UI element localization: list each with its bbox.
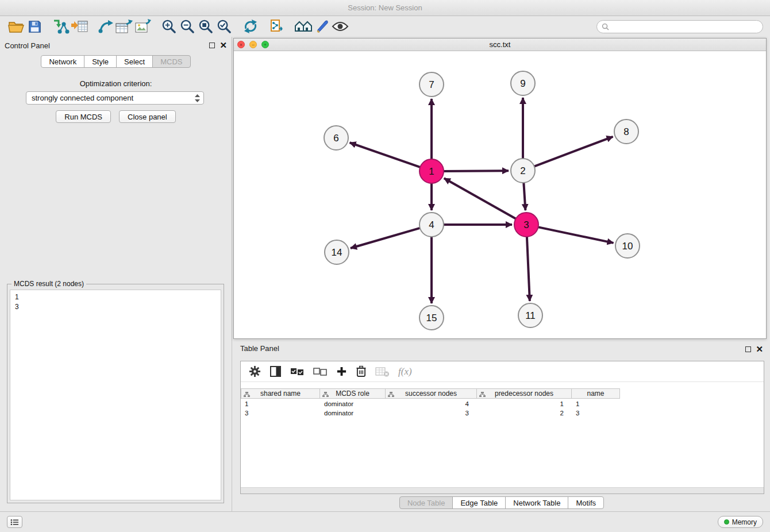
- memory-label: Memory: [732, 518, 757, 526]
- table-row[interactable]: 3 dominator 3 2 3: [241, 409, 764, 418]
- column-header-shared-name[interactable]: shared name: [241, 388, 320, 399]
- tab-network-table[interactable]: Network Table: [505, 496, 568, 509]
- open-session-icon[interactable]: [7, 18, 25, 35]
- zoom-out-icon[interactable]: [178, 18, 197, 35]
- delete-table-icon[interactable]: [375, 363, 389, 380]
- cell-mcds-role[interactable]: dominator: [320, 400, 386, 409]
- column-header-predecessor-nodes[interactable]: predecessor nodes: [477, 388, 572, 399]
- cell-name[interactable]: 3: [572, 409, 620, 418]
- network-node[interactable]: 6: [324, 126, 348, 150]
- network-node[interactable]: 2: [511, 159, 535, 183]
- function-builder-icon[interactable]: f(x): [398, 363, 412, 380]
- zoom-in-icon[interactable]: [160, 18, 178, 35]
- cell-name[interactable]: 1: [572, 400, 620, 409]
- network-edge[interactable]: [351, 228, 421, 248]
- column-header-successor-nodes[interactable]: successor nodes: [386, 388, 477, 399]
- network-window-titlebar[interactable]: × − + scc.txt: [234, 38, 766, 51]
- search-input[interactable]: [612, 22, 758, 30]
- tab-node-table[interactable]: Node Table: [399, 496, 453, 509]
- network-canvas[interactable]: 7968124310141511: [234, 51, 766, 338]
- network-node[interactable]: 4: [419, 213, 444, 237]
- sort-icon: [244, 391, 250, 399]
- export-image-icon[interactable]: [133, 18, 152, 35]
- float-panel-icon[interactable]: [209, 43, 215, 48]
- refresh-icon[interactable]: [241, 18, 260, 35]
- network-node[interactable]: 9: [511, 71, 535, 95]
- close-table-panel-icon[interactable]: ✕: [756, 345, 763, 353]
- tab-motifs[interactable]: Motifs: [568, 496, 604, 509]
- clone-network-icon[interactable]: [268, 18, 286, 35]
- delete-column-icon[interactable]: [356, 363, 366, 380]
- network-node[interactable]: 3: [514, 213, 538, 237]
- memory-button[interactable]: Memory: [718, 516, 763, 528]
- network-edge[interactable]: [444, 178, 517, 219]
- column-header-name[interactable]: name: [572, 388, 620, 399]
- node-table-container: f(x) shared name MCDS role successor nod…: [240, 361, 764, 494]
- network-node[interactable]: 11: [518, 303, 542, 327]
- zoom-selected-icon[interactable]: [215, 18, 233, 35]
- table-row[interactable]: 1 dominator 4 1 1: [241, 400, 764, 409]
- application-window: Session: New Session: [0, 0, 770, 532]
- network-edge[interactable]: [527, 236, 530, 301]
- network-node[interactable]: 14: [325, 240, 349, 264]
- deselect-all-icon[interactable]: [313, 363, 327, 380]
- network-node[interactable]: 1: [419, 159, 444, 183]
- first-neighbors-icon[interactable]: [294, 18, 313, 35]
- apply-style-icon[interactable]: [313, 18, 331, 35]
- network-edge[interactable]: [537, 227, 614, 243]
- network-edge[interactable]: [350, 142, 421, 167]
- select-all-icon[interactable]: [290, 363, 304, 380]
- zoom-fit-icon[interactable]: [197, 18, 215, 35]
- node-label: 1: [429, 166, 434, 177]
- cell-predecessor-nodes[interactable]: 2: [477, 409, 572, 418]
- tab-edge-table[interactable]: Edge Table: [452, 496, 506, 509]
- close-window-icon[interactable]: ×: [237, 41, 245, 48]
- save-session-icon[interactable]: [25, 18, 44, 35]
- cell-shared-name[interactable]: 1: [241, 400, 320, 409]
- cell-successor-nodes[interactable]: 3: [386, 409, 477, 418]
- show-columns-icon[interactable]: [270, 363, 281, 380]
- import-table-icon[interactable]: [70, 18, 88, 35]
- sort-icon: [388, 391, 394, 399]
- network-node[interactable]: 15: [419, 306, 444, 330]
- cell-successor-nodes[interactable]: 4: [386, 400, 477, 409]
- network-edge[interactable]: [442, 171, 509, 171]
- cell-mcds-role[interactable]: dominator: [320, 409, 386, 418]
- minimize-window-icon[interactable]: −: [249, 41, 257, 48]
- network-edge[interactable]: [533, 137, 613, 167]
- export-table-icon[interactable]: [115, 18, 133, 35]
- node-label: 15: [426, 313, 437, 323]
- tab-network[interactable]: Network: [41, 55, 84, 68]
- mcds-result-list[interactable]: 1 3: [10, 290, 221, 500]
- show-hide-icon[interactable]: [331, 18, 349, 35]
- close-panel-button[interactable]: Close panel: [119, 110, 176, 123]
- add-column-icon[interactable]: [336, 363, 347, 380]
- optimization-criterion-label: Optimization criterion:: [0, 79, 232, 88]
- cell-predecessor-nodes[interactable]: 1: [477, 400, 572, 409]
- mcds-result-title: MCDS result (2 nodes): [11, 280, 86, 288]
- table-header-row: shared name MCDS role successor nodes pr…: [241, 388, 764, 399]
- import-network-icon[interactable]: [52, 18, 70, 35]
- criterion-select[interactable]: strongly connected component: [26, 91, 204, 105]
- network-node[interactable]: 10: [615, 234, 640, 258]
- cell-shared-name[interactable]: 3: [241, 409, 320, 418]
- column-header-mcds-role[interactable]: MCDS role: [320, 388, 386, 399]
- tab-select[interactable]: Select: [116, 55, 153, 68]
- network-node[interactable]: 7: [419, 72, 444, 97]
- network-edge[interactable]: [523, 182, 525, 210]
- table-settings-gear-icon[interactable]: [249, 363, 261, 380]
- table-scrollbar-track[interactable]: [241, 487, 764, 494]
- export-network-icon[interactable]: [97, 18, 115, 35]
- network-node[interactable]: 8: [614, 119, 638, 144]
- task-history-button[interactable]: [7, 516, 22, 528]
- node-label: 14: [332, 247, 342, 258]
- table-panel-title: Table Panel: [240, 344, 279, 353]
- table-tabs: Node Table Edge Table Network Table Moti…: [233, 496, 770, 509]
- close-panel-icon[interactable]: ✕: [220, 41, 227, 49]
- tab-mcds[interactable]: MCDS: [152, 55, 190, 68]
- float-table-panel-icon[interactable]: [745, 346, 751, 352]
- zoom-window-icon[interactable]: +: [261, 41, 269, 48]
- tab-style[interactable]: Style: [84, 55, 117, 68]
- network-view-window: × − + scc.txt 7968124310141511: [233, 38, 767, 339]
- run-mcds-button[interactable]: Run MCDS: [56, 110, 111, 123]
